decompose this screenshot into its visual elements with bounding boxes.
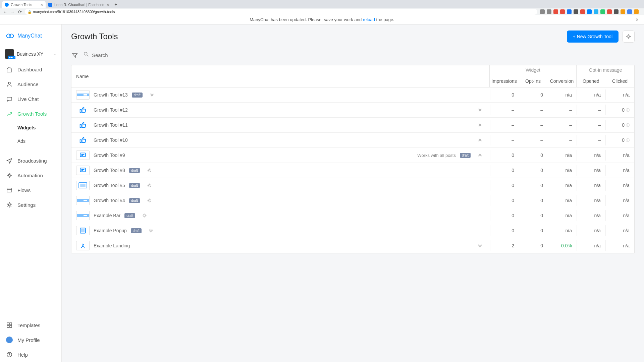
browser-tab[interactable]: Leon R. Chaudhari | Facebook × — [46, 1, 112, 8]
extension-icon[interactable] — [600, 9, 605, 14]
browser-tab-active[interactable]: Growth Tools × — [2, 1, 46, 8]
manychat-favicon-icon — [5, 3, 9, 7]
close-icon[interactable]: × — [40, 2, 43, 7]
back-icon[interactable]: ← — [3, 9, 7, 14]
extension-icon[interactable] — [547, 9, 551, 14]
address-bar[interactable]: 🔒 manychat.com/fb181039443240830​9/growt… — [25, 9, 537, 15]
extension-icon[interactable] — [621, 9, 625, 14]
browser-tabs: Growth Tools × Leon R. Chaudhari | Faceb… — [0, 0, 644, 8]
extension-icon[interactable] — [540, 9, 545, 14]
extension-icon[interactable] — [580, 9, 585, 14]
browser-toolbar: ← → ⟳ 🔒 manychat.com/fb181039443240830​9… — [0, 8, 644, 15]
extension-icon[interactable] — [607, 9, 612, 14]
tab-title: Leon R. Chaudhari | Facebook — [54, 3, 105, 7]
extension-icon[interactable] — [553, 9, 558, 14]
extension-icon[interactable] — [614, 9, 619, 14]
extension-icon[interactable] — [574, 9, 578, 14]
close-icon[interactable]: × — [107, 2, 109, 7]
extension-icon[interactable] — [587, 9, 592, 14]
forward-icon[interactable]: → — [10, 9, 15, 14]
lock-icon: 🔒 — [28, 10, 32, 14]
extension-icon[interactable] — [594, 9, 598, 14]
new-tab-button[interactable]: + — [114, 2, 117, 7]
extension-icon[interactable] — [560, 9, 565, 14]
extension-icon[interactable] — [627, 9, 632, 14]
browser-chrome: Growth Tools × Leon R. Chaudhari | Faceb… — [0, 0, 644, 15]
reload-icon[interactable]: ⟳ — [17, 9, 22, 14]
extension-icons — [540, 9, 641, 14]
url-text: manychat.com/fb181039443240830​9/growth-… — [33, 10, 115, 14]
facebook-favicon-icon — [48, 3, 52, 7]
extension-icon[interactable] — [634, 9, 639, 14]
tab-title: Growth Tools — [11, 3, 32, 7]
extension-icon[interactable] — [567, 9, 572, 14]
